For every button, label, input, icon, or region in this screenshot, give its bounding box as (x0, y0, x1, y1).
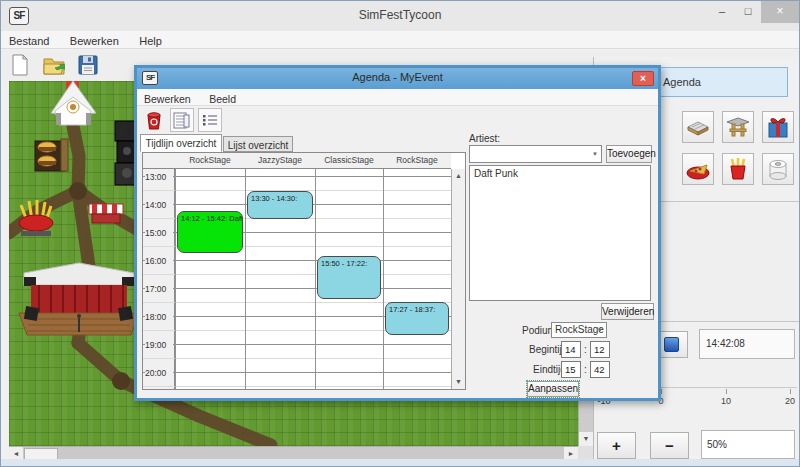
new-file-button[interactable] (7, 52, 35, 79)
window-title: SimFestTycoon (1, 8, 799, 22)
gift-icon (765, 114, 791, 140)
dialog-menu-bewerken[interactable]: Bewerken (137, 91, 198, 107)
close-button[interactable]: × (761, 1, 799, 23)
sidebar-item-scaffold[interactable] (722, 111, 754, 143)
minimize-button[interactable]: – (709, 1, 735, 23)
end-hour-input[interactable] (561, 361, 581, 378)
zoom-level-field[interactable] (701, 430, 795, 459)
burger-stand (35, 139, 68, 171)
agenda-event[interactable]: 15:50 - 17:22: (317, 256, 381, 299)
open-folder-button[interactable] (41, 52, 69, 79)
start-minute-input[interactable] (590, 341, 610, 358)
slider-tick (661, 389, 662, 394)
maximize-button[interactable]: □ (735, 1, 761, 23)
remove-artist-button[interactable]: Verwijderen (601, 303, 654, 320)
timeline-view-icon (173, 111, 191, 129)
window-titlebar: SF SimFestTycoon – □ × (1, 1, 799, 31)
dialog-title: Agenda - MyEvent (137, 71, 658, 83)
menu-help[interactable]: Help (131, 33, 170, 49)
sidebar-item-stage[interactable] (682, 111, 714, 143)
path-junction (112, 372, 130, 390)
column-header: ClassicStage (315, 155, 383, 165)
dialog-titlebar[interactable]: SF Agenda - MyEvent × (137, 68, 658, 89)
dialog-close-button[interactable]: × (632, 71, 654, 86)
end-minute-input[interactable] (590, 361, 610, 378)
scaffold-icon (725, 114, 751, 140)
grid-vertical-scrollbar[interactable]: ▲ ▼ (451, 169, 465, 389)
add-artist-button[interactable]: Toevoegen (606, 145, 652, 163)
new-file-icon (7, 52, 33, 78)
tent-building (51, 81, 96, 125)
hour-label: 16:00 (145, 256, 173, 266)
sidebar-item-pizza[interactable] (682, 153, 714, 185)
column-header: JazzyStage (245, 155, 315, 165)
time-colon: : (584, 344, 587, 355)
zoom-in-button[interactable]: + (597, 432, 636, 459)
agenda-event[interactable]: 14:12 - 15:42: Daft P (177, 211, 243, 253)
save-button[interactable] (75, 52, 103, 79)
timeline-grid[interactable]: RockStage JazzyStage ClassicStage RockSt… (142, 152, 466, 390)
timeline-view-button[interactable] (170, 108, 194, 132)
apply-button[interactable]: Aanpassen (527, 381, 579, 397)
column-separator (383, 169, 384, 389)
scroll-up-icon[interactable]: ▲ (452, 170, 465, 182)
fries-icon (725, 156, 751, 182)
podium-dropdown[interactable]: RockStage ▼ (551, 322, 607, 338)
list-view-button[interactable] (198, 108, 222, 132)
stage-platform-icon (685, 114, 711, 140)
main-menubar: Bestand Bewerken Help (1, 31, 799, 49)
toilet-paper-icon (765, 156, 791, 182)
artist-listbox[interactable]: Daft Punk (469, 165, 651, 301)
column-header: RockStage (383, 155, 451, 165)
pause-icon (664, 337, 679, 352)
path-junction (69, 182, 87, 200)
app-window: SF SimFestTycoon – □ × Bestand Bewerken … (0, 0, 800, 467)
chevron-down-icon: ▼ (592, 151, 598, 157)
zoom-out-button[interactable]: − (650, 432, 689, 459)
delete-event-button[interactable] (142, 108, 166, 132)
open-folder-icon (41, 52, 67, 78)
game-clock: 14:42:08 (699, 329, 795, 359)
dialog-menu-beeld[interactable]: Beeld (202, 91, 243, 107)
column-header: RockStage (175, 155, 245, 165)
slider-label: 20 (785, 396, 795, 406)
agenda-event[interactable]: 13:30 - 14:30: (247, 191, 313, 219)
artist-combobox[interactable]: ▼ (469, 145, 602, 163)
time-colon: : (584, 364, 587, 375)
scroll-down-icon[interactable]: ▼ (452, 376, 465, 388)
sidebar-item-toilet-paper[interactable] (762, 153, 794, 185)
hour-label: 13:00 (145, 172, 173, 182)
hour-label: 15:00 (145, 228, 173, 238)
agenda-dialog: SF Agenda - MyEvent × Bewerken Beeld (134, 65, 661, 401)
tab-list-overview[interactable]: Lijst overzicht (223, 136, 293, 152)
hour-label: 19:00 (145, 340, 173, 350)
window-bottom-edge (1, 459, 799, 466)
column-separator (245, 169, 246, 389)
grid-content[interactable]: 13:00 14:00 15:00 16:00 17:00 18:00 19:0… (143, 169, 451, 389)
dialog-menubar: Bewerken Beeld (137, 89, 658, 106)
column-separator (175, 169, 176, 389)
trash-icon (145, 110, 163, 130)
slider-label: 10 (721, 396, 731, 406)
agenda-button-label: Agenda (663, 76, 701, 88)
chevron-down-icon: ▼ (597, 323, 603, 337)
dialog-body: Bewerken Beeld (137, 89, 658, 398)
save-icon (75, 52, 101, 78)
striped-stand (89, 204, 123, 223)
column-separator (315, 169, 316, 389)
agenda-event[interactable]: 17:27 - 18:37: (385, 302, 449, 335)
artist-list-item[interactable]: Daft Punk (474, 168, 646, 179)
scroll-down-icon[interactable]: ▼ (579, 432, 593, 446)
menu-bestand[interactable]: Bestand (1, 33, 57, 49)
menu-bewerken[interactable]: Bewerken (62, 33, 127, 49)
hour-label: 14:00 (145, 200, 173, 210)
hour-label: 18:00 (145, 312, 173, 322)
hour-label: 17:00 (145, 284, 173, 294)
tab-timeline-overview[interactable]: Tijdlijn overzicht (140, 134, 222, 152)
start-hour-input[interactable] (561, 341, 581, 358)
pizza-icon (685, 156, 711, 182)
artist-label: Artiest: (469, 133, 500, 144)
sidebar-item-fries[interactable] (722, 153, 754, 185)
sidebar-item-gift[interactable] (762, 111, 794, 143)
list-view-icon (201, 111, 219, 129)
